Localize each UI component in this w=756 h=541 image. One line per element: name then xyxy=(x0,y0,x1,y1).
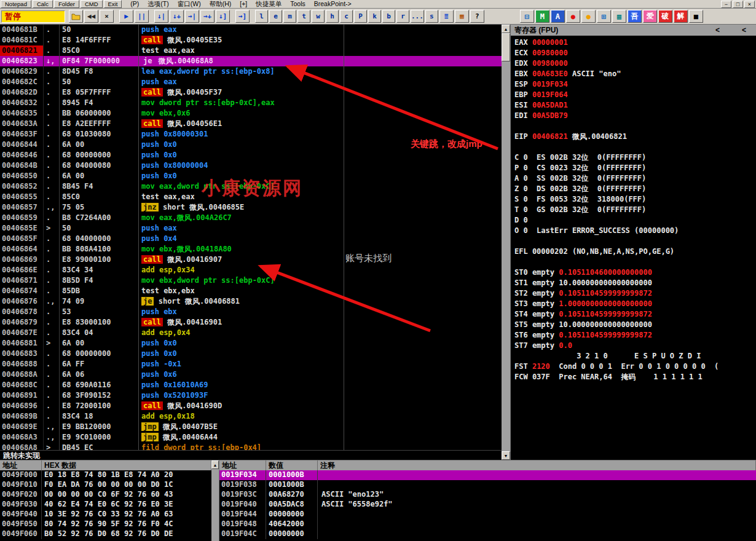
menu-item[interactable]: Tools xyxy=(286,0,310,9)
animate-into-button[interactable]: ↓+ xyxy=(170,10,184,23)
register-line[interactable]: EBX 00A683E0 ASCII "eno" xyxy=(514,69,756,79)
disasm-row[interactable]: 0040682C.50push eax xyxy=(0,77,502,87)
options-list-button[interactable]: ≣ xyxy=(439,10,454,23)
dump-scrollbar[interactable]: ▲ xyxy=(211,460,219,541)
plugin-yellow-dot-button[interactable]: ● xyxy=(581,10,596,23)
register-line[interactable]: EFL 00000202 (NO,NB,NE,A,NS,PO,GE,G) xyxy=(514,247,756,257)
disasm-row[interactable]: 00406871.8B5D F4mov ebx,dword ptr ss:[eb… xyxy=(0,275,502,286)
register-line[interactable]: ST5 empty 10.000000000000000000 xyxy=(514,320,756,330)
appearance-button[interactable]: ▦ xyxy=(455,10,469,23)
restore-button[interactable]: □ xyxy=(733,1,743,8)
dump-row[interactable]: 0049F03040 62 E4 74 E0 6C 92 76 E0 3E xyxy=(0,500,211,510)
disasm-row[interactable]: 00406859.B8 C7264A00mov eax,微风.004A26C7 xyxy=(0,213,502,223)
menu-item[interactable]: 窗口(W) xyxy=(173,0,205,9)
register-line[interactable]: O 0 LastErr ERROR_SUCCESS (00000000) xyxy=(514,226,756,236)
register-line[interactable]: EDX 00980000 xyxy=(514,58,756,69)
close-program-button[interactable]: × xyxy=(100,10,114,23)
menu-item[interactable]: BreakPoint-> xyxy=(310,0,356,9)
register-line[interactable]: ST2 empty 0.1051104599999999872 xyxy=(514,288,756,299)
letter-button[interactable]: m xyxy=(283,10,296,23)
letter-button[interactable]: k xyxy=(368,10,381,23)
close-window-button[interactable]: × xyxy=(744,1,755,8)
disasm-row[interactable]: 0040685E>50push eax xyxy=(0,223,502,234)
letter-button[interactable]: s xyxy=(425,10,438,23)
dump-scroll-up-icon[interactable]: ▲ xyxy=(211,460,219,469)
register-line[interactable]: ST1 empty 10.000000000000000000 xyxy=(514,278,756,288)
disasm-row[interactable]: 0040689E.,E9 BB120000jmp 微风.00407B5E xyxy=(0,422,502,432)
register-line[interactable]: EDI 00A5DB79 xyxy=(514,111,756,121)
quick-button-cmd[interactable]: CMD xyxy=(81,0,103,8)
register-line[interactable]: ST4 empty 0.1051104599999999872 xyxy=(514,309,756,320)
stack-row[interactable]: 0019F0340001000B xyxy=(219,470,756,480)
scroll-thumb[interactable] xyxy=(502,33,510,61)
stack-row[interactable]: 0019F04000A5DAC8ASCII "6558e92f" xyxy=(219,500,756,510)
letter-button[interactable]: h xyxy=(326,10,339,23)
register-line[interactable]: Z 0 DS 002B 32位 0(FFFFFFFF) xyxy=(514,184,756,194)
quick-button-notepad[interactable]: Notepad xyxy=(1,0,31,8)
animate-over-button[interactable]: →+ xyxy=(200,10,215,23)
disasm-row[interactable]: 0040683F.68 01030080push 0x80000301 xyxy=(0,129,502,140)
disasm-row[interactable]: 00406829.8D45 F8lea eax,dword ptr ss:[eb… xyxy=(0,66,502,77)
menu-item[interactable]: 选项(T) xyxy=(143,0,173,9)
stack-row[interactable]: 0019F04C00000000 xyxy=(219,529,756,539)
register-line[interactable]: FCW 037F Prec NEAR,64 掩码 1 1 1 1 1 1 xyxy=(514,372,756,382)
scroll-down-icon[interactable]: ▼ xyxy=(502,451,510,460)
menu-item[interactable]: (P) xyxy=(126,0,143,9)
register-line[interactable]: ST3 empty 1.0000000000000000000 xyxy=(514,299,756,309)
register-line[interactable]: S 0 FS 0053 32位 318000(FFF) xyxy=(514,194,756,205)
disasm-row[interactable]: 00406850.6A 00push 0x0 xyxy=(0,171,502,181)
plugin-ai-button[interactable]: 爱 xyxy=(643,10,657,23)
register-line[interactable]: T 0 GS 002B 32位 0(FFFFFFFF) xyxy=(514,205,756,215)
disasm-row[interactable]: 0040685F.68 04000000push 0x4 xyxy=(0,234,502,244)
disasm-row[interactable]: 0040687E.83C4 04add esp,0x4 xyxy=(0,328,502,338)
register-line[interactable]: ST6 empty 0.1051104599999999872 xyxy=(514,330,756,341)
disasm-row[interactable]: 00406869.E8 99000100call 微风.00416907 xyxy=(0,255,502,265)
restart-button[interactable]: ◀◀ xyxy=(84,10,98,23)
letter-button[interactable]: ... xyxy=(411,10,424,23)
disasm-row[interactable]: 00406857.,75 05jnz short 微风.0040685E xyxy=(0,202,502,213)
help-button[interactable]: ? xyxy=(470,10,484,23)
plugin-red-dot-button[interactable]: ● xyxy=(566,10,580,23)
disasm-row[interactable]: 00406888.6A FFpush -0x1 xyxy=(0,359,502,369)
trace-button[interactable]: ↓] xyxy=(216,10,230,23)
collapse-right-button[interactable]: < xyxy=(742,26,746,34)
register-line[interactable]: ECX 00980000 xyxy=(514,48,756,58)
disasm-row[interactable]: 00406852.8B45 F4mov eax,dword ptr ss:[eb… xyxy=(0,181,502,192)
menu-item[interactable]: [+] xyxy=(235,0,251,9)
plugin-window-button[interactable]: ⊟ xyxy=(520,10,534,23)
run-to-return-button[interactable]: →] xyxy=(235,10,250,23)
letter-button[interactable]: r xyxy=(396,10,409,23)
disasm-row[interactable]: 00406879.E8 83000100call 微风.00416901 xyxy=(0,317,502,328)
disasm-row[interactable]: 00406878.53push ebx xyxy=(0,307,502,317)
disasm-row[interactable]: 0040686E.83C4 34add esp,0x34 xyxy=(0,265,502,275)
plugin-po-button[interactable]: 破 xyxy=(658,10,672,23)
letter-button[interactable]: l xyxy=(255,10,268,23)
dump-row[interactable]: 0049F060B0 52 92 76 D0 68 92 76 D0 DE xyxy=(0,529,211,539)
open-file-button[interactable] xyxy=(69,10,83,23)
disasm-row[interactable]: 00406846.68 00000000push 0x0 xyxy=(0,150,502,160)
dump-row[interactable]: 0049F04010 3E 92 76 C0 33 92 76 A0 63 xyxy=(0,510,211,519)
disasm-row[interactable]: 00406844.6A 00push 0x0 xyxy=(0,140,502,150)
menu-item[interactable]: 快捷菜单 xyxy=(251,0,286,9)
disasm-row[interactable]: 00406821.85C0test eax,eax xyxy=(0,45,502,56)
disasm-row[interactable]: 00406832.8945 F4mov dword ptr ss:[ebp-0x… xyxy=(0,98,502,108)
plugin-panel-button[interactable]: ▦ xyxy=(612,10,626,23)
register-line[interactable]: EIP 00406821 微风.00406821 xyxy=(514,132,756,142)
letter-button[interactable]: e xyxy=(269,10,282,23)
plugin-black-button[interactable]: ■ xyxy=(689,10,703,23)
plugin-a-button[interactable]: A xyxy=(551,10,565,23)
disasm-row[interactable]: 00406883.68 00000000push 0x0 xyxy=(0,349,502,359)
register-line[interactable]: C 0 ES 002B 32位 0(FFFFFFFF) xyxy=(514,152,756,163)
register-line[interactable]: ST7 empty 0.0 xyxy=(514,341,756,351)
disasm-row[interactable]: 0040683A.E8 A2EEFFFFcall 微风.004056E1 xyxy=(0,119,502,129)
disasm-row[interactable]: 00406896.E8 72000100call 微风.0041690D xyxy=(0,401,502,411)
disasm-row[interactable]: 004068A3.,E9 9C010000jmp 微风.00406A44 xyxy=(0,432,502,443)
stack-row[interactable]: 0019F04400000000 xyxy=(219,510,756,519)
plugin-m-button[interactable]: M xyxy=(535,10,549,23)
register-line[interactable]: 3 2 1 0 E S P U O Z D I xyxy=(514,351,756,361)
disasm-row[interactable]: 0040689B.83C4 18add esp,0x18 xyxy=(0,411,502,422)
letter-button[interactable]: t xyxy=(297,10,310,23)
scroll-up-icon[interactable]: ▲ xyxy=(502,25,510,33)
disasm-scrollbar[interactable]: ▲ ▼ xyxy=(502,25,510,460)
disasm-row[interactable]: 0040684B.68 04000080push 0x80000004 xyxy=(0,160,502,171)
